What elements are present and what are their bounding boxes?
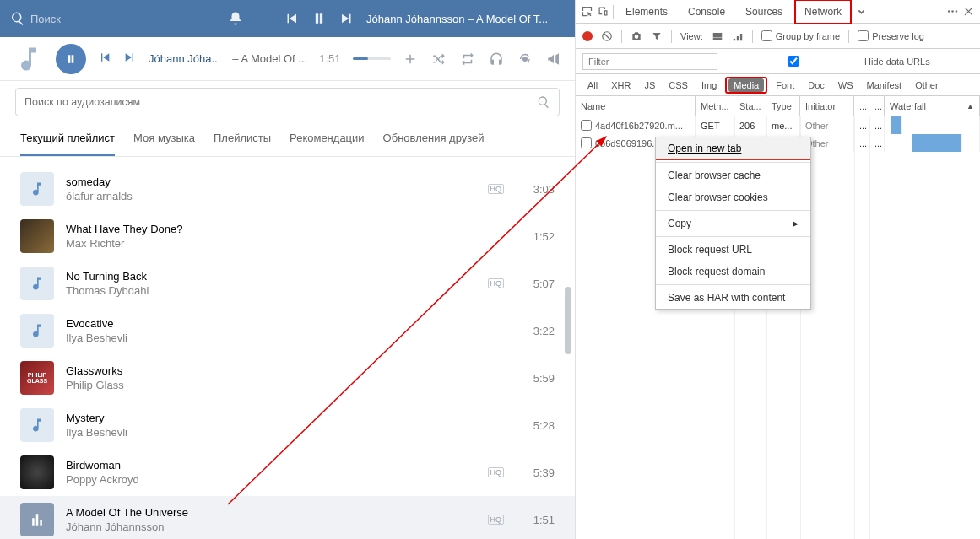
track-info: GlassworksPhilip Glass (66, 364, 511, 391)
context-menu-item[interactable]: Block request URL (656, 239, 810, 261)
prev-icon (284, 11, 299, 26)
audio-search[interactable] (15, 88, 560, 116)
scrollbar-thumb[interactable] (565, 287, 571, 354)
clear-icon[interactable] (601, 30, 613, 42)
type-filter-css[interactable]: CSS (663, 78, 693, 92)
hq-badge: HQ (488, 278, 505, 288)
overview-icon[interactable] (732, 30, 744, 42)
type-filter-media[interactable]: Media (728, 78, 764, 92)
next-button[interactable] (339, 11, 355, 26)
col-name[interactable]: Name (576, 96, 696, 116)
col-waterfall[interactable]: Waterfall▲ (885, 96, 980, 116)
track-row[interactable]: A Model Of The UniverseJóhann Jóhannsson… (0, 496, 575, 539)
track-row[interactable]: EvocativeIlya Beshevli3:22 (0, 307, 575, 354)
tab-sources[interactable]: Sources (737, 1, 791, 23)
type-filter-manifest[interactable]: Manifest (862, 78, 907, 92)
more-tabs-icon[interactable] (855, 5, 868, 18)
tab-playlists[interactable]: Плейлисты (214, 132, 271, 156)
add-icon[interactable] (403, 51, 418, 67)
context-menu-item[interactable]: Open in new tab (656, 137, 810, 160)
tab-console[interactable]: Console (680, 1, 734, 23)
prev-track-button[interactable] (98, 51, 111, 67)
camera-icon[interactable] (631, 30, 642, 42)
record-button[interactable] (582, 31, 593, 41)
type-filter-doc[interactable]: Doc (803, 78, 830, 92)
notifications-button[interactable] (228, 11, 243, 26)
context-menu-item[interactable]: Clear browser cookies (656, 186, 810, 208)
hq-badge: HQ (488, 515, 505, 525)
tab-current-playlist[interactable]: Текущий плейлист (20, 132, 115, 156)
track-row[interactable]: PHILIPGLASSGlassworksPhilip Glass5:59 (0, 354, 575, 402)
audio-search-input[interactable] (24, 96, 537, 108)
network-row[interactable]: 4ad40f16b27920.m...GET206me...Other.....… (576, 116, 980, 134)
hide-data-urls-checkbox[interactable]: Hide data URLs (726, 56, 930, 67)
pause-button[interactable] (311, 10, 328, 27)
type-filter-all[interactable]: All (582, 78, 603, 92)
track-row[interactable]: somedayólafur arnaldsHQ3:03 (0, 165, 575, 213)
repeat-icon[interactable] (460, 51, 475, 67)
track-cover (20, 503, 54, 536)
megaphone-icon[interactable] (546, 51, 561, 67)
global-search[interactable] (10, 11, 196, 26)
context-menu-item[interactable]: Copy▶ (656, 213, 810, 234)
col-status[interactable]: Sta... (734, 96, 766, 116)
close-icon[interactable] (962, 5, 975, 18)
track-title: A Model Of The Universe (66, 506, 476, 519)
context-menu-item[interactable]: Save as HAR with content (656, 287, 810, 309)
track-row[interactable]: BirdwomanPoppy AckroydHQ5:39 (0, 449, 575, 496)
type-filter-other[interactable]: Other (910, 78, 944, 92)
filter-icon[interactable] (651, 30, 663, 42)
type-filter-js[interactable]: JS (639, 78, 660, 92)
inspect-icon[interactable] (581, 5, 593, 18)
col-type[interactable]: Type (766, 96, 800, 116)
progress-bar[interactable] (353, 57, 392, 60)
track-title: What Have They Done? (66, 223, 511, 235)
tab-network[interactable]: Network (794, 0, 852, 24)
large-rows-icon[interactable] (712, 30, 723, 42)
context-menu-item[interactable]: Clear browser cache (656, 164, 810, 186)
broadcast-icon[interactable] (517, 51, 533, 67)
filter-input[interactable] (582, 53, 717, 70)
group-by-frame-checkbox[interactable]: Group by frame (761, 30, 840, 41)
topbar: Jóhann Jóhannsson – A Model Of T... (0, 0, 575, 37)
track-artist: Thomas Dybdahl (66, 284, 476, 297)
type-filter-xhr[interactable]: XHR (606, 78, 636, 92)
next-track-button[interactable] (123, 51, 137, 67)
context-menu-item[interactable]: Block request domain (656, 261, 810, 283)
col-initiator[interactable]: Initiator (800, 96, 854, 116)
tab-elements[interactable]: Elements (617, 1, 676, 23)
prev-button[interactable] (284, 11, 299, 26)
search-input[interactable] (30, 13, 182, 25)
type-filter-img[interactable]: Img (696, 78, 722, 92)
more-icon[interactable] (946, 5, 959, 18)
device-toggle-icon[interactable] (597, 5, 609, 18)
col-method[interactable]: Meth... (696, 96, 734, 116)
track-row[interactable]: No Turning BackThomas DybdahlHQ5:07 (0, 260, 575, 307)
track-duration: 1:51 (522, 514, 555, 526)
track-row[interactable]: MysteryIlya Beshevli5:28 (0, 402, 575, 449)
search-icon (537, 95, 550, 109)
col-ext2[interactable]: ... (869, 96, 885, 116)
track-cover (20, 314, 54, 348)
play-pause-button[interactable] (56, 44, 86, 74)
track-info: What Have They Done?Max Richter (66, 223, 511, 250)
row-checkbox[interactable] (581, 137, 592, 148)
shuffle-icon[interactable] (431, 51, 447, 67)
track-title: Mystery (66, 412, 511, 424)
type-filter-ws[interactable]: WS (833, 78, 858, 92)
preserve-log-checkbox[interactable]: Preserve log (858, 30, 924, 41)
hq-badge: HQ (488, 184, 505, 194)
track-row[interactable]: What Have They Done?Max Richter1:52 (0, 213, 575, 260)
col-ext1[interactable]: ... (854, 96, 869, 116)
tab-recommendations[interactable]: Рекомендации (290, 132, 365, 156)
tab-my-music[interactable]: Моя музыка (133, 132, 195, 156)
track-cover (20, 455, 54, 489)
track-title: Evocative (66, 317, 511, 330)
track-artist: Ilya Beshevli (66, 331, 511, 344)
type-filter-font[interactable]: Font (771, 78, 799, 92)
headphones-icon[interactable] (489, 51, 504, 67)
tab-friends-updates[interactable]: Обновления друзей (383, 132, 485, 156)
row-checkbox[interactable] (581, 120, 592, 131)
track-cover (20, 408, 54, 442)
track-duration: 5:28 (522, 419, 555, 432)
